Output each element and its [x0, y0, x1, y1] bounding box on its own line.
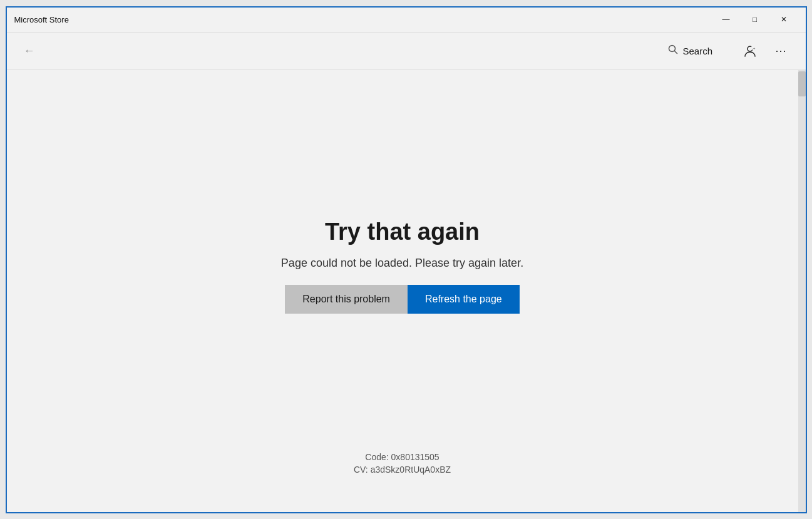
search-label: Search [683, 46, 713, 56]
account-button[interactable]: + [736, 38, 764, 63]
error-title: Try that again [325, 218, 480, 247]
content-area: Try that again Page could not be loaded.… [7, 70, 806, 512]
search-button[interactable]: Search [658, 39, 733, 62]
search-icon [668, 44, 678, 57]
error-code: Code: 0x80131505 [354, 452, 451, 462]
svg-text:+: + [753, 46, 755, 51]
app-window: Microsoft Store — □ ✕ ← Search [6, 6, 807, 513]
back-button[interactable]: ← [17, 38, 42, 63]
toolbar-right: Search + ··· [658, 38, 796, 63]
minimize-button[interactable]: — [712, 10, 741, 29]
app-title: Microsoft Store [14, 15, 69, 24]
error-subtitle: Page could not be loaded. Please try aga… [281, 257, 523, 270]
scrollbar-thumb[interactable] [798, 71, 806, 96]
error-container: Try that again Page could not be loaded.… [281, 218, 523, 314]
report-problem-button[interactable]: Report this problem [285, 285, 408, 314]
toolbar: ← Search + · [7, 33, 806, 70]
close-button[interactable]: ✕ [769, 10, 798, 29]
error-buttons: Report this problem Refresh the page [285, 285, 519, 314]
maximize-button[interactable]: □ [741, 10, 769, 29]
ellipsis-icon: ··· [775, 44, 786, 58]
more-options-button[interactable]: ··· [767, 38, 796, 63]
error-codes: Code: 0x80131505 CV: a3dSkz0RtUqA0xBZ [354, 452, 451, 475]
refresh-page-button[interactable]: Refresh the page [408, 285, 520, 314]
title-bar-controls: — □ ✕ [712, 10, 798, 29]
toolbar-left: ← [17, 38, 42, 63]
title-bar: Microsoft Store — □ ✕ [7, 8, 806, 33]
error-cv: CV: a3dSkz0RtUqA0xBZ [354, 465, 451, 475]
scrollbar[interactable] [798, 70, 806, 512]
title-bar-left: Microsoft Store [14, 15, 69, 24]
main-content: Try that again Page could not be loaded.… [7, 70, 798, 512]
svg-line-1 [674, 51, 677, 54]
